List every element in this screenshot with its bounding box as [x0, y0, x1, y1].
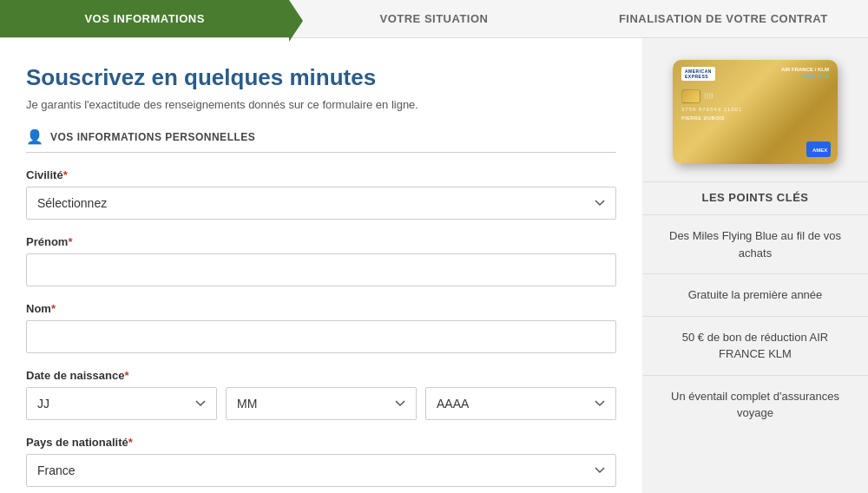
select-day[interactable]: JJ — [26, 387, 217, 420]
form-group-civilite: Civilité* Sélectionnez M. Mme — [26, 168, 616, 220]
chip — [681, 89, 700, 103]
form-group-nom: Nom* — [26, 302, 616, 353]
select-nationalite[interactable]: France Belgique Suisse Luxembourg Allema… — [26, 454, 616, 487]
label-prenom: Prénom* — [26, 235, 616, 248]
card-number: 3759 876543 21001 — [681, 107, 829, 112]
input-nom[interactable] — [26, 320, 616, 353]
amex-logo-badge: AMEX — [806, 141, 831, 157]
select-month[interactable]: MM — [226, 387, 417, 420]
main-container: Souscrivez en quelques minutes Je garant… — [0, 38, 868, 493]
key-point-2: Gratuite la première année — [642, 274, 868, 317]
user-icon: 👤 — [26, 128, 43, 145]
wifi-icon: )))) — [704, 91, 713, 99]
input-prenom[interactable] — [26, 253, 616, 286]
progress-step-finalisation[interactable]: FINALISATION DE VOTRE CONTRAT — [579, 0, 868, 37]
sidebar: AMERICANEXPRESS AIR FRANCE / KLM FLYING … — [642, 38, 868, 493]
section-header: 👤 VOS INFORMATIONS PERSONNELLES — [26, 128, 616, 153]
form-subtitle: Je garantis l'exactitude des renseigneme… — [26, 98, 616, 111]
progress-step-vos-informations[interactable]: VOS INFORMATIONS — [0, 0, 289, 37]
form-section: Souscrivez en quelques minutes Je garant… — [0, 38, 642, 493]
page-title: Souscrivez en quelques minutes — [26, 64, 616, 91]
svg-text:AMEX: AMEX — [812, 148, 827, 153]
key-point-3: 50 € de bon de réduction AIR FRANCE KLM — [642, 317, 868, 376]
form-group-nationalite: Pays de nationalité* France Belgique Sui… — [26, 436, 616, 487]
label-nom: Nom* — [26, 302, 616, 315]
amex-label: AMERICANEXPRESS — [681, 67, 715, 81]
points-cles-header: LES POINTS CLÉS — [642, 181, 868, 215]
key-point-4: Un éventail complet d'assurances voyage — [642, 376, 868, 434]
progress-bar: VOS INFORMATIONS VOTRE SITUATION FINALIS… — [0, 0, 868, 38]
card-image-container: AMERICANEXPRESS AIR FRANCE / KLM FLYING … — [642, 38, 868, 181]
card-logos-row: AMERICANEXPRESS AIR FRANCE / KLM FLYING … — [681, 67, 829, 81]
select-year[interactable]: AAAA — [425, 387, 616, 420]
card-chip-row: )))) — [681, 84, 829, 105]
select-civilite[interactable]: Sélectionnez M. Mme — [26, 187, 616, 220]
label-nationalite: Pays de nationalité* — [26, 436, 616, 449]
card-holder-name: PIERRE DUBOIS — [681, 115, 829, 121]
label-date-naissance: Date de naissance* — [26, 369, 616, 382]
section-header-text: VOS INFORMATIONS PERSONNELLES — [50, 131, 255, 143]
form-group-prenom: Prénom* — [26, 235, 616, 286]
airfrance-logo: AIR FRANCE / KLM FLYING BLUE — [781, 67, 829, 79]
progress-step-votre-situation[interactable]: VOTRE SITUATION — [289, 0, 578, 37]
label-civilite: Civilité* — [26, 168, 616, 181]
date-row: JJ MM AAAA — [26, 387, 616, 420]
card-visual: AMERICANEXPRESS AIR FRANCE / KLM FLYING … — [673, 60, 838, 164]
form-group-date-naissance: Date de naissance* JJ MM AAAA — [26, 369, 616, 420]
key-point-1: Des Miles Flying Blue au fil de vos acha… — [642, 215, 868, 274]
